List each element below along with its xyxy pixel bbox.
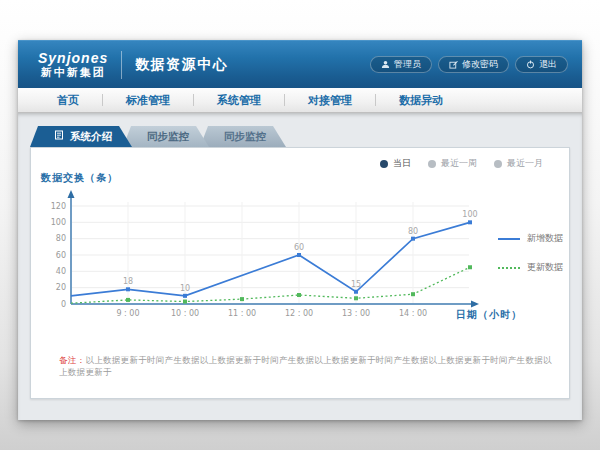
nav-item-data-change[interactable]: 数据异动 xyxy=(376,93,466,108)
tab-sync-monitor-2[interactable]: 同步监控 xyxy=(200,126,286,147)
time-range-filter: 当日 最近一周 最近一月 xyxy=(380,157,543,170)
change-password-label: 修改密码 xyxy=(462,58,498,71)
svg-text:10 : 00: 10 : 00 xyxy=(171,309,199,318)
header-divider xyxy=(121,51,122,79)
logo-text-en: Synjones xyxy=(38,51,108,66)
svg-text:40: 40 xyxy=(56,267,66,276)
document-icon xyxy=(54,126,64,147)
svg-text:100: 100 xyxy=(51,218,66,227)
tab-bar: 系统介绍 同步监控 同步监控 xyxy=(30,126,277,147)
logo-text-cn: 新中新集团 xyxy=(38,66,108,78)
nav-item-home[interactable]: 首页 xyxy=(34,93,102,108)
change-password-button[interactable]: 修改密码 xyxy=(438,56,509,73)
main-nav: 首页 标准管理 系统管理 对接管理 数据异动 xyxy=(18,88,582,113)
legend-label: 更新数据 xyxy=(527,261,563,274)
radio-dot-icon xyxy=(380,160,388,168)
svg-text:100: 100 xyxy=(462,210,477,219)
radio-label: 当日 xyxy=(393,157,411,170)
radio-label: 最近一周 xyxy=(441,157,477,170)
nav-item-system-mgmt[interactable]: 系统管理 xyxy=(194,93,284,108)
radio-dot-icon xyxy=(428,160,436,168)
chart-panel: 当日 最近一周 最近一月 数据交换（条） 0204060801001209 : … xyxy=(30,147,570,399)
app-title: 数据资源中心 xyxy=(135,56,228,74)
svg-text:20: 20 xyxy=(56,283,66,292)
tab-label: 同步监控 xyxy=(224,130,266,142)
legend-label: 新增数据 xyxy=(527,232,563,245)
content-area: 系统介绍 同步监控 同步监控 当日 最近一周 xyxy=(18,113,582,420)
line-chart: 0204060801001209 : 0010 : 0011 : 0012 : … xyxy=(51,186,491,338)
svg-text:60: 60 xyxy=(294,243,304,252)
header-buttons: 管理员 修改密码 退出 xyxy=(370,56,568,73)
edit-icon xyxy=(449,60,458,69)
svg-text:13 : 00: 13 : 00 xyxy=(342,309,370,318)
legend-item-new-data[interactable]: 新增数据 xyxy=(498,232,563,245)
tab-label: 系统介绍 xyxy=(70,126,112,147)
svg-text:15: 15 xyxy=(351,280,361,289)
radio-today[interactable]: 当日 xyxy=(380,157,411,170)
radio-last-week[interactable]: 最近一周 xyxy=(428,157,477,170)
tab-sync-monitor-1[interactable]: 同步监控 xyxy=(123,126,209,147)
logout-button[interactable]: 退出 xyxy=(515,56,568,73)
power-icon xyxy=(526,60,535,69)
solid-line-swatch-icon xyxy=(498,238,520,240)
svg-text:60: 60 xyxy=(56,251,66,260)
svg-text:10: 10 xyxy=(180,284,190,293)
app-window: Synjones 新中新集团 数据资源中心 管理员 修改密码 xyxy=(18,40,582,420)
app-header: Synjones 新中新集团 数据资源中心 管理员 修改密码 xyxy=(18,40,582,88)
chart-legend: 新增数据 更新数据 xyxy=(498,232,563,290)
logout-label: 退出 xyxy=(539,58,557,71)
tab-label: 同步监控 xyxy=(147,130,189,142)
radio-label: 最近一月 xyxy=(507,157,543,170)
svg-text:12 : 00: 12 : 00 xyxy=(285,309,313,318)
company-logo: Synjones 新中新集团 xyxy=(38,51,108,78)
x-axis-title: 日期（小时） xyxy=(456,308,522,322)
svg-text:9 : 00: 9 : 00 xyxy=(116,309,139,318)
svg-text:80: 80 xyxy=(408,227,418,236)
nav-item-standard-mgmt[interactable]: 标准管理 xyxy=(103,93,193,108)
footnote-prefix: 备注： xyxy=(59,355,85,365)
admin-user-button[interactable]: 管理员 xyxy=(370,56,432,73)
user-icon xyxy=(381,60,390,69)
y-axis-title: 数据交换（条） xyxy=(41,171,118,185)
footnote-text: 以上数据更新于时间产生数据以上数据更新于时间产生数据以上数据更新于时间产生数据以… xyxy=(59,355,552,377)
svg-text:120: 120 xyxy=(51,202,66,211)
footnote: 备注：以上数据更新于时间产生数据以上数据更新于时间产生数据以上数据更新于时间产生… xyxy=(59,355,555,379)
radio-dot-icon xyxy=(494,160,502,168)
admin-user-label: 管理员 xyxy=(394,58,421,71)
radio-last-month[interactable]: 最近一月 xyxy=(494,157,543,170)
svg-text:80: 80 xyxy=(56,234,66,243)
svg-text:18: 18 xyxy=(123,277,133,286)
svg-text:14 : 00: 14 : 00 xyxy=(399,309,427,318)
dotted-line-swatch-icon xyxy=(498,267,520,269)
tab-system-intro[interactable]: 系统介绍 xyxy=(30,126,132,147)
nav-item-interface-mgmt[interactable]: 对接管理 xyxy=(285,93,375,108)
svg-text:0: 0 xyxy=(61,300,66,309)
svg-text:11 : 00: 11 : 00 xyxy=(228,309,256,318)
legend-item-update-data[interactable]: 更新数据 xyxy=(498,261,563,274)
